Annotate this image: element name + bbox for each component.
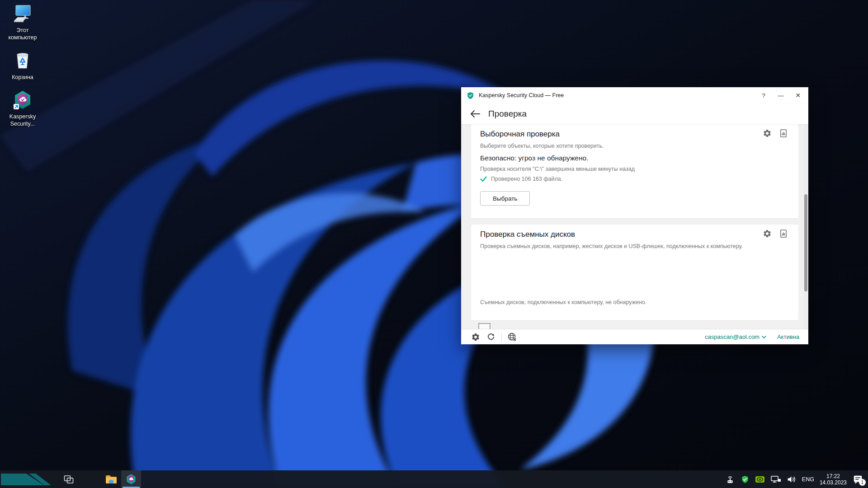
kaspersky-window: Kaspersky Security Cloud — Free ? — ✕ Пр… xyxy=(461,87,808,344)
removable-settings-button[interactable] xyxy=(762,229,772,239)
files-checked-row: Проверено 106 163 файла. xyxy=(480,176,562,182)
notification-badge: 1 xyxy=(859,479,866,486)
desktop-icon-label: Kaspersky Security... xyxy=(3,113,42,128)
taskbar: ENG 17:22 14.03.2023 1 xyxy=(0,470,868,488)
help-button[interactable]: ? xyxy=(755,87,772,103)
account-menu[interactable]: caspascan@aol.com xyxy=(705,333,766,340)
card-action-icons xyxy=(762,229,788,239)
notification-icon: 1 xyxy=(852,474,864,485)
removable-drives-card: Проверка съемных дисков Проверка съемных… xyxy=(471,225,798,320)
start-shapes-icon xyxy=(0,470,52,488)
window-footer: caspascan@aol.com Активна xyxy=(461,329,808,344)
chevron-down-icon xyxy=(762,336,766,338)
report-icon xyxy=(779,129,788,138)
scan-content-area: Выборочная проверка Выберите объекты, ко… xyxy=(461,124,808,329)
check-icon xyxy=(480,176,487,182)
file-explorer-icon xyxy=(105,474,117,484)
notification-center-button[interactable]: 1 xyxy=(852,474,864,485)
custom-scan-card: Выборочная проверка Выберите объекты, ко… xyxy=(471,124,798,218)
gear-icon xyxy=(763,129,772,138)
desktop-icon-this-pc[interactable]: Этот компьютер xyxy=(2,4,43,42)
desktop-icon-label: Этот компьютер xyxy=(3,27,42,42)
scrollbar-track[interactable] xyxy=(804,124,808,329)
network-tray-icon[interactable] xyxy=(770,475,781,484)
scan-status-title: Безопасно: угроз не обнаружено. xyxy=(480,154,588,162)
task-view-button[interactable] xyxy=(59,470,79,488)
report-icon xyxy=(779,229,788,238)
news-globe-button[interactable] xyxy=(507,332,518,343)
file-explorer-button[interactable] xyxy=(101,470,121,488)
globe-disabled-icon xyxy=(507,332,517,342)
recycle-bin-icon xyxy=(12,51,33,71)
clock[interactable]: 17:22 14.03.2023 xyxy=(820,473,847,486)
language-indicator[interactable]: ENG xyxy=(802,476,814,483)
window-title: Kaspersky Security Cloud — Free xyxy=(479,92,564,99)
nvidia-settings-tray-icon[interactable] xyxy=(755,475,765,483)
system-tray: ENG 17:22 14.03.2023 1 xyxy=(725,470,868,488)
settings-button[interactable] xyxy=(470,332,481,343)
task-view-icon xyxy=(64,475,74,484)
scan-settings-button[interactable] xyxy=(762,129,772,139)
card-title: Проверка съемных дисков xyxy=(480,230,575,239)
account-email: caspascan@aol.com xyxy=(705,333,760,340)
clock-time: 17:22 xyxy=(820,473,847,479)
desktop-icon-recycle-bin[interactable]: Корзина xyxy=(2,51,43,81)
card-title: Выборочная проверка xyxy=(480,130,560,139)
footer-right: caspascan@aol.com Активна xyxy=(705,333,799,340)
kaspersky-shortcut-icon xyxy=(12,90,33,111)
license-status: Активна xyxy=(777,333,799,340)
close-button[interactable]: ✕ xyxy=(789,87,807,103)
back-button[interactable] xyxy=(468,107,482,121)
scan-status-detail: Проверка носителя "C:\" завершена меньше… xyxy=(480,166,635,172)
clock-date: 14.03.2023 xyxy=(820,479,847,486)
page-title: Проверка xyxy=(488,109,527,119)
next-card-partial-element xyxy=(478,323,491,329)
back-arrow-icon xyxy=(470,110,480,117)
window-controls: ? — ✕ xyxy=(755,87,807,103)
this-pc-icon xyxy=(12,4,33,24)
no-drives-message: Съемных дисков, подключенных к компьютер… xyxy=(480,299,646,305)
start-button[interactable] xyxy=(0,470,52,488)
footer-separator xyxy=(501,333,502,341)
kaspersky-logo-icon xyxy=(467,92,474,99)
kaspersky-app-icon xyxy=(125,473,137,486)
device-antenna-tray-icon[interactable] xyxy=(725,474,735,484)
files-checked-text: Проверено 106 163 файла. xyxy=(491,176,562,182)
minimize-button[interactable]: — xyxy=(772,87,789,103)
scan-report-button[interactable] xyxy=(778,129,788,139)
desktop: Этот компьютер Корзина xyxy=(0,0,868,488)
removable-report-button[interactable] xyxy=(778,229,788,239)
update-button[interactable] xyxy=(486,332,496,343)
desktop-icons: Этот компьютер Корзина xyxy=(2,4,43,127)
card-description: Выберите объекты, которые хотите провери… xyxy=(480,143,604,149)
card-action-icons xyxy=(762,129,788,139)
scrollbar-thumb[interactable] xyxy=(804,194,807,291)
window-titlebar: Kaspersky Security Cloud — Free ? — ✕ xyxy=(461,87,808,103)
desktop-icon-kaspersky[interactable]: Kaspersky Security... xyxy=(2,90,43,128)
volume-tray-icon[interactable] xyxy=(787,475,797,484)
page-header: Проверка xyxy=(461,103,808,124)
desktop-icon-label: Корзина xyxy=(12,74,33,81)
update-circular-arrow-icon xyxy=(486,333,495,342)
windows-security-tray-icon[interactable] xyxy=(741,475,750,484)
gear-icon xyxy=(471,333,480,342)
gear-icon xyxy=(763,229,772,238)
select-objects-button[interactable]: Выбрать xyxy=(480,191,530,206)
card-description: Проверка съемных дисков, например, жестк… xyxy=(480,243,743,249)
kaspersky-taskbar-button[interactable] xyxy=(121,470,141,488)
